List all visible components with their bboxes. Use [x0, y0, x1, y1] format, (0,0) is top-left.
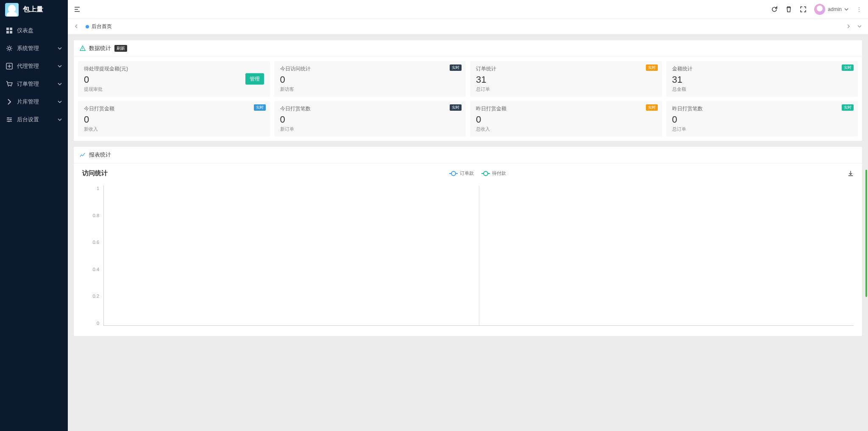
stat-value: 0	[280, 114, 460, 125]
stat-sub: 总金额	[672, 86, 852, 92]
sidebar-menu: 仪表盘 系统管理 代理管理 订单管理	[0, 19, 68, 131]
stat-badge[interactable]: 管理	[245, 73, 264, 85]
stat-badge[interactable]: 实时	[450, 64, 462, 71]
chevron-down-icon	[58, 100, 62, 104]
stat-badge[interactable]: 实时	[646, 104, 658, 111]
user-menu[interactable]: admin	[814, 4, 849, 15]
stat-sub: 新访客	[280, 86, 460, 92]
stat-value: 0	[84, 74, 264, 85]
topbar: admin ⋮	[68, 0, 868, 19]
chart-plot	[103, 186, 854, 326]
chevron-down-icon	[58, 82, 62, 86]
refresh-icon[interactable]	[771, 6, 778, 13]
svg-rect-1	[10, 28, 12, 30]
plus-box-icon	[6, 63, 13, 70]
stat-badge[interactable]: 实时	[646, 64, 658, 71]
tabs-bar: 后台首页	[68, 19, 868, 34]
more-icon[interactable]: ⋮	[856, 6, 862, 13]
content-area: 数据统计 刷新 待处理提现金额(元)0提现审批管理今日访问统计0新访客实时订单统…	[68, 34, 868, 431]
svg-point-7	[11, 86, 11, 87]
sidebar-item-label: 后台设置	[17, 116, 39, 123]
tab-home[interactable]: 后台首页	[81, 23, 117, 30]
chart-legend: 订单款 待付款	[449, 170, 506, 176]
svg-rect-3	[10, 31, 12, 34]
legend-label: 订单款	[460, 170, 474, 176]
svg-point-6	[8, 86, 9, 87]
dashboard-icon	[6, 27, 13, 34]
stat-card: 金额统计31总金额实时	[666, 61, 858, 97]
stats-panel-header: 数据统计 刷新	[74, 40, 862, 57]
chevron-down-icon	[58, 118, 62, 122]
download-icon[interactable]	[848, 171, 854, 176]
sliders-icon	[6, 116, 13, 123]
legend-item-pending[interactable]: 待付款	[481, 170, 506, 176]
fullscreen-icon[interactable]	[800, 6, 807, 13]
legend-marker-green	[481, 173, 490, 174]
trash-icon[interactable]	[785, 6, 792, 13]
chart-wrap: 访问统计 订单款 待付款	[74, 163, 862, 336]
stat-title: 金额统计	[672, 65, 852, 73]
stat-title: 今日访问统计	[280, 65, 460, 73]
legend-marker-blue	[449, 173, 458, 174]
tab-next[interactable]	[844, 24, 853, 30]
tab-active-dot	[86, 25, 89, 28]
chart-plot-divider	[479, 186, 479, 325]
app-title: 包上量	[23, 5, 43, 14]
stat-badge[interactable]: 实时	[842, 104, 854, 111]
stat-value: 0	[672, 114, 852, 125]
svg-rect-0	[6, 28, 9, 30]
stat-value: 0	[84, 114, 264, 125]
user-name: admin	[828, 6, 842, 12]
menu-collapse-icon[interactable]	[74, 6, 81, 13]
stat-title: 今日打赏金额	[84, 105, 264, 112]
stat-title: 待处理提现金额(元)	[84, 65, 264, 73]
stats-grid: 待处理提现金额(元)0提现审批管理今日访问统计0新访客实时订单统计31总订单实时…	[74, 57, 862, 141]
tab-dropdown[interactable]	[855, 24, 864, 30]
avatar	[814, 4, 825, 15]
stat-value: 0	[476, 114, 656, 125]
chart-icon	[80, 152, 86, 158]
sidebar-item-library[interactable]: 片库管理	[0, 93, 68, 111]
stat-sub: 提现审批	[84, 86, 264, 92]
warning-icon	[80, 45, 86, 51]
stat-sub: 新订单	[280, 126, 460, 132]
stats-panel: 数据统计 刷新 待处理提现金额(元)0提现审批管理今日访问统计0新访客实时订单统…	[74, 40, 862, 141]
svg-point-10	[8, 121, 10, 122]
stat-card: 订单统计31总订单实时	[470, 61, 662, 97]
stat-value: 0	[280, 74, 460, 85]
sidebar-header: 包上量	[0, 0, 68, 19]
stat-title: 昨日打赏笔数	[672, 105, 852, 112]
stats-panel-title: 数据统计	[89, 45, 111, 52]
chart-title: 访问统计	[82, 169, 108, 177]
stat-badge[interactable]: 实时	[842, 64, 854, 71]
stat-badge[interactable]: 实时	[254, 104, 266, 111]
chart-panel-title: 报表统计	[89, 151, 111, 159]
tab-prev[interactable]	[72, 24, 81, 30]
stat-badge[interactable]: 实时	[450, 104, 462, 111]
sidebar-item-system[interactable]: 系统管理	[0, 39, 68, 57]
cart-icon	[6, 81, 13, 87]
sidebar-item-settings[interactable]: 后台设置	[0, 111, 68, 129]
stat-card: 今日打赏笔数0新订单实时	[274, 101, 466, 137]
chart-area: 10.80.60.40.20	[82, 186, 854, 326]
main-area: admin ⋮ 后台首页	[68, 0, 868, 431]
svg-point-4	[8, 47, 11, 50]
chevron-down-icon	[844, 7, 849, 11]
y-tick: 0.2	[93, 294, 99, 299]
chart-panel: 报表统计 访问统计 订单款 待付款	[74, 147, 862, 336]
refresh-button[interactable]: 刷新	[114, 45, 127, 52]
sidebar-item-label: 订单管理	[17, 80, 39, 88]
chart-panel-header: 报表统计	[74, 147, 862, 163]
svg-point-9	[10, 119, 11, 120]
stat-sub: 总订单	[672, 126, 852, 132]
y-tick: 0.8	[93, 213, 99, 218]
sidebar-item-label: 代理管理	[17, 62, 39, 70]
sidebar-item-dashboard[interactable]: 仪表盘	[0, 22, 68, 39]
stat-value: 31	[476, 74, 656, 85]
sidebar-item-order[interactable]: 订单管理	[0, 75, 68, 93]
legend-item-orders[interactable]: 订单款	[449, 170, 474, 176]
stat-card: 今日访问统计0新访客实时	[274, 61, 466, 97]
sidebar-item-label: 仪表盘	[17, 27, 33, 34]
sidebar-item-agent[interactable]: 代理管理	[0, 57, 68, 75]
stat-title: 今日打赏笔数	[280, 105, 460, 112]
